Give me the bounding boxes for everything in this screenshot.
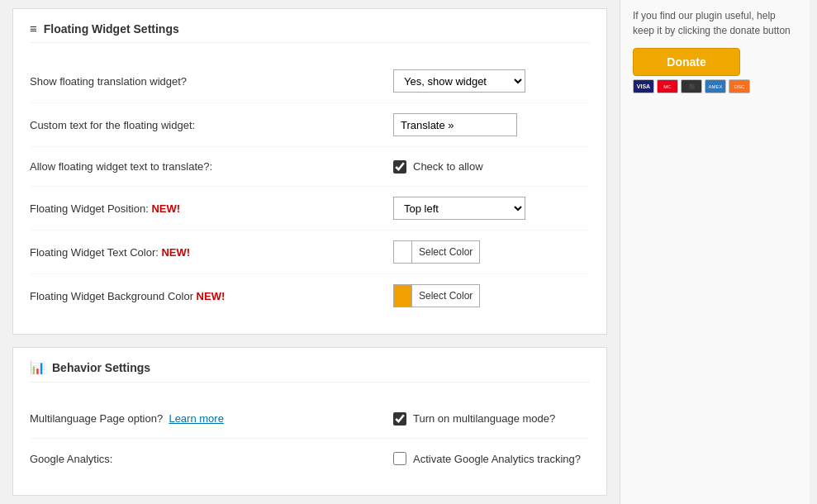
- show-widget-label: Show floating translation widget?: [30, 75, 393, 88]
- text-color-control: Select Color: [393, 240, 590, 264]
- behavior-icon: 📊: [30, 360, 45, 375]
- visa-icon: VISA: [633, 79, 654, 93]
- floating-widget-header: ≡ Floating Widget Settings: [30, 21, 590, 43]
- widget-position-control: Top left Top right Bottom left Bottom ri…: [393, 197, 590, 220]
- widget-position-row: Floating Widget Position: NEW! Top left …: [30, 187, 590, 231]
- allow-translate-check-label: Check to allow: [413, 160, 483, 173]
- main-content: ≡ Floating Widget Settings Show floating…: [0, 0, 620, 504]
- google-analytics-control: Activate Google Analytics tracking?: [393, 452, 590, 465]
- allow-translate-checkbox[interactable]: [393, 160, 406, 174]
- allow-translate-control: Check to allow: [393, 160, 590, 174]
- widget-position-label: Floating Widget Position: NEW!: [30, 202, 393, 215]
- allow-translate-row: Allow floating widget text to translate?…: [30, 147, 590, 187]
- discover-icon: DSC: [729, 79, 750, 93]
- multilanguage-control: Turn on multilanguage mode?: [393, 412, 590, 426]
- text-color-new-badge: NEW!: [161, 246, 190, 259]
- bg-color-swatch: [394, 285, 412, 307]
- bg-color-button[interactable]: Select Color: [393, 284, 480, 307]
- text-color-btn-label: Select Color: [412, 246, 479, 258]
- show-widget-select[interactable]: Yes, show widget No, hide widget: [393, 69, 525, 93]
- behavior-title: Behavior Settings: [52, 361, 150, 374]
- bg-color-row: Floating Widget Background Color NEW! Se…: [30, 274, 590, 317]
- behavior-header: 📊 Behavior Settings: [30, 360, 590, 383]
- bg-color-new-badge: NEW!: [197, 290, 226, 302]
- custom-text-input[interactable]: [393, 113, 517, 136]
- multilanguage-row: Multilanguage Page option? Learn more Tu…: [30, 399, 590, 439]
- mastercard-icon: MC: [657, 79, 678, 93]
- multilanguage-checkbox[interactable]: [393, 412, 406, 426]
- card-icons: VISA MC ⚫ AMEX DSC: [633, 79, 797, 93]
- sidebar: If you find our plugin useful, help keep…: [620, 0, 810, 504]
- learn-more-link[interactable]: Learn more: [169, 412, 223, 425]
- floating-widget-icon: ≡: [30, 21, 37, 36]
- google-analytics-label: Google Analytics:: [30, 453, 393, 465]
- text-color-button[interactable]: Select Color: [393, 240, 480, 264]
- show-widget-row: Show floating translation widget? Yes, s…: [30, 59, 590, 103]
- bg-color-label: Floating Widget Background Color NEW!: [30, 290, 393, 302]
- allow-translate-label: Allow floating widget text to translate?…: [30, 160, 393, 173]
- google-analytics-check-label: Activate Google Analytics tracking?: [413, 453, 581, 465]
- bg-color-btn-label: Select Color: [412, 290, 479, 302]
- google-analytics-checkbox[interactable]: [393, 452, 406, 465]
- behavior-section: 📊 Behavior Settings Multilanguage Page o…: [12, 347, 607, 496]
- text-color-swatch: [394, 241, 412, 263]
- donate-button[interactable]: Donate: [633, 48, 740, 76]
- show-widget-control: Yes, show widget No, hide widget: [393, 69, 590, 93]
- floating-widget-section: ≡ Floating Widget Settings Show floating…: [12, 8, 607, 335]
- card-icon-3: ⚫: [681, 79, 702, 93]
- bg-color-control: Select Color: [393, 284, 590, 307]
- custom-text-label: Custom text for the floating widget:: [30, 119, 393, 131]
- text-color-label: Floating Widget Text Color: NEW!: [30, 246, 393, 259]
- multilanguage-label: Multilanguage Page option? Learn more: [30, 412, 393, 425]
- sidebar-description: If you find our plugin useful, help keep…: [633, 8, 797, 38]
- position-new-badge: NEW!: [151, 202, 180, 215]
- floating-widget-title: Floating Widget Settings: [44, 22, 179, 36]
- widget-position-select[interactable]: Top left Top right Bottom left Bottom ri…: [393, 197, 525, 220]
- custom-text-row: Custom text for the floating widget:: [30, 103, 590, 147]
- google-analytics-row: Google Analytics: Activate Google Analyt…: [30, 439, 590, 478]
- multilanguage-check-label: Turn on multilanguage mode?: [413, 412, 555, 425]
- text-color-row: Floating Widget Text Color: NEW! Select …: [30, 231, 590, 274]
- custom-text-control: [393, 113, 590, 136]
- amex-icon: AMEX: [705, 79, 726, 93]
